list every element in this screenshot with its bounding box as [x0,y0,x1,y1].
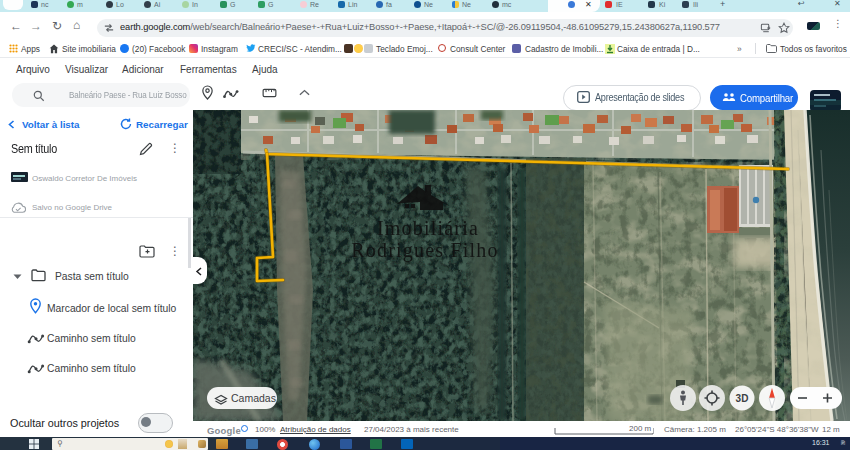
svg-text:3D: 3D [736,393,749,404]
svg-text:Rodrigues Filho: Rodrigues Filho [351,239,498,262]
svg-text:Camadas: Camadas [231,392,276,404]
svg-text:Imobiliária: Imobiliária [377,217,479,239]
